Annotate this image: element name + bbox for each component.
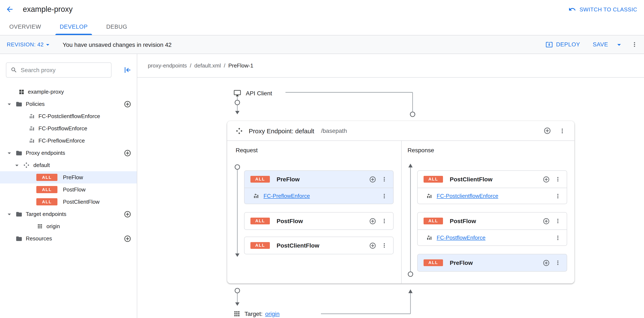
policy-icon <box>426 234 432 241</box>
response-column-label: Response <box>408 147 434 154</box>
chevron-down-icon[interactable] <box>6 100 13 108</box>
apps-grid-icon <box>234 311 240 317</box>
add-policy-step-button[interactable] <box>369 217 376 225</box>
grid-2x2-icon <box>18 89 24 95</box>
policy-icon <box>29 138 35 144</box>
apigee-proxy-editor: example-proxy SWITCH TO CLASSIC OVERVIEW… <box>0 0 644 318</box>
save-label: SAVE <box>593 41 608 48</box>
tree-item-fc-preflowenforce[interactable]: FC-PreflowEnforce <box>0 135 137 147</box>
add-policy-step-button[interactable] <box>543 217 550 225</box>
tree-item-origin[interactable]: origin <box>0 220 137 232</box>
add-target-endpoint-button[interactable] <box>124 210 131 218</box>
revision-bar: REVISION: 42 You have unsaved changes in… <box>0 35 644 54</box>
tree-item-postclientflow[interactable]: ALL PostClientFlow <box>0 196 137 208</box>
tab-bar: OVERVIEW DEVELOP DEBUG <box>0 18 644 35</box>
tree-item-example-proxy[interactable]: example-proxy <box>0 86 137 98</box>
switch-to-classic-button[interactable]: SWITCH TO CLASSIC <box>568 5 637 13</box>
flow-name: PostFlow <box>450 218 476 224</box>
tree-item-fc-postflowenforce[interactable]: FC-PostflowEnforce <box>0 122 137 135</box>
add-policy-step-button[interactable] <box>369 242 376 249</box>
deploy-button[interactable]: DEPLOY <box>546 41 580 48</box>
switch-to-classic-label: SWITCH TO CLASSIC <box>580 6 637 12</box>
tree-item-label: FC-PostflowEnforce <box>38 125 87 132</box>
policy-step-menu-button[interactable] <box>381 192 388 199</box>
add-proxy-endpoint-button[interactable] <box>124 149 131 157</box>
collapse-sidebar-button[interactable] <box>123 66 132 74</box>
flow-card-request-postclientflow[interactable]: ALL PostClientFlow <box>244 237 394 254</box>
breadcrumb: proxy-endpoints / default.xml / PreFlow-… <box>137 54 644 78</box>
flow-menu-button[interactable] <box>381 242 388 249</box>
policy-step-menu-button[interactable] <box>554 192 561 199</box>
flow-card-request-preflow[interactable]: ALL PreFlow FC-PreflowEnforce <box>244 170 394 204</box>
target-origin-link[interactable]: origin <box>265 311 280 317</box>
revision-selector[interactable]: REVISION: 42 <box>7 41 52 48</box>
caret-down-icon <box>44 41 52 48</box>
tree-item-default-endpoint[interactable]: default <box>0 159 137 171</box>
back-button[interactable] <box>6 5 14 13</box>
plus-circle-icon <box>544 127 551 135</box>
policy-icon <box>426 193 432 199</box>
kebab-menu-icon <box>381 176 388 183</box>
tree-item-resources[interactable]: Resources <box>0 232 137 245</box>
flow-card-response-postclientflow[interactable]: ALL PostClientFlow FC-PostclientflowEnfo… <box>417 170 567 204</box>
flow-card-response-postflow[interactable]: ALL PostFlow FC-PostflowEnforce <box>417 212 567 246</box>
policy-link[interactable]: FC-PostflowEnforce <box>437 234 486 241</box>
kebab-menu-icon <box>554 218 561 224</box>
add-policy-step-button[interactable] <box>543 259 550 266</box>
request-column-label: Request <box>236 147 258 154</box>
flow-menu-button[interactable] <box>554 259 561 266</box>
chevron-down-icon[interactable] <box>13 161 21 169</box>
arrow-back-icon <box>6 5 14 13</box>
revision-actions: DEPLOY SAVE <box>546 40 638 49</box>
policy-step-menu-button[interactable] <box>554 234 561 241</box>
tree-item-label: Policies <box>26 101 45 107</box>
flow-menu-button[interactable] <box>381 176 388 183</box>
tab-develop[interactable]: DEVELOP <box>50 18 97 35</box>
plus-circle-icon <box>543 217 550 225</box>
add-policy-step-button[interactable] <box>369 176 376 183</box>
flow-card-request-postflow[interactable]: ALL PostFlow <box>244 212 394 230</box>
kebab-menu-icon <box>554 234 561 241</box>
add-policy-button[interactable] <box>124 100 131 108</box>
tab-debug[interactable]: DEBUG <box>97 18 136 35</box>
condition-badge: ALL <box>250 176 270 183</box>
tree-item-label: PreFlow <box>63 174 83 180</box>
kebab-menu-icon <box>554 176 561 183</box>
add-flow-button[interactable] <box>544 127 551 135</box>
policy-link[interactable]: FC-PostclientflowEnforce <box>437 193 498 199</box>
flow-menu-button[interactable] <box>381 218 388 224</box>
kebab-menu-icon <box>631 41 638 48</box>
chevron-down-icon[interactable] <box>6 149 13 157</box>
policy-icon <box>29 113 35 119</box>
condition-badge: ALL <box>424 259 443 266</box>
flow-card-response-preflow[interactable]: ALL PreFlow <box>417 254 567 272</box>
more-actions-button[interactable] <box>631 41 638 48</box>
save-button[interactable]: SAVE <box>593 41 608 48</box>
chevron-down-icon[interactable] <box>6 210 13 218</box>
search-proxy-input[interactable] <box>21 67 107 73</box>
proxy-endpoint-actions <box>544 127 566 135</box>
tree-item-proxy-endpoints[interactable]: Proxy endpoints <box>0 147 137 159</box>
tree-item-preflow[interactable]: ALL PreFlow <box>0 171 137 183</box>
tree-item-target-endpoints[interactable]: Target endpoints <box>0 208 137 220</box>
flow-menu-button[interactable] <box>554 218 561 224</box>
policy-link[interactable]: FC-PreflowEnforce <box>264 193 310 199</box>
save-dropdown-button[interactable] <box>615 40 623 49</box>
endpoint-menu-button[interactable] <box>559 127 566 134</box>
flow-menu-button[interactable] <box>554 176 561 183</box>
tab-overview[interactable]: OVERVIEW <box>0 18 50 35</box>
breadcrumb-proxy-endpoints[interactable]: proxy-endpoints <box>148 62 187 69</box>
tree-item-policies[interactable]: Policies <box>0 98 137 110</box>
tree-item-fc-postclientflowenforce[interactable]: FC-PostclientflowEnforce <box>0 110 137 122</box>
add-policy-step-button[interactable] <box>543 176 550 183</box>
add-resource-button[interactable] <box>124 235 131 242</box>
tree-item-postflow[interactable]: ALL PostFlow <box>0 183 137 196</box>
request-response-divider <box>401 141 402 283</box>
condition-badge: ALL <box>36 174 58 181</box>
breadcrumb-default-xml[interactable]: default.xml <box>194 62 221 69</box>
tree-item-label: Target endpoints <box>26 211 66 217</box>
kebab-menu-icon <box>554 192 561 199</box>
folder-icon <box>16 101 22 107</box>
plus-circle-icon <box>543 259 550 266</box>
breadcrumb-separator: / <box>224 62 225 69</box>
